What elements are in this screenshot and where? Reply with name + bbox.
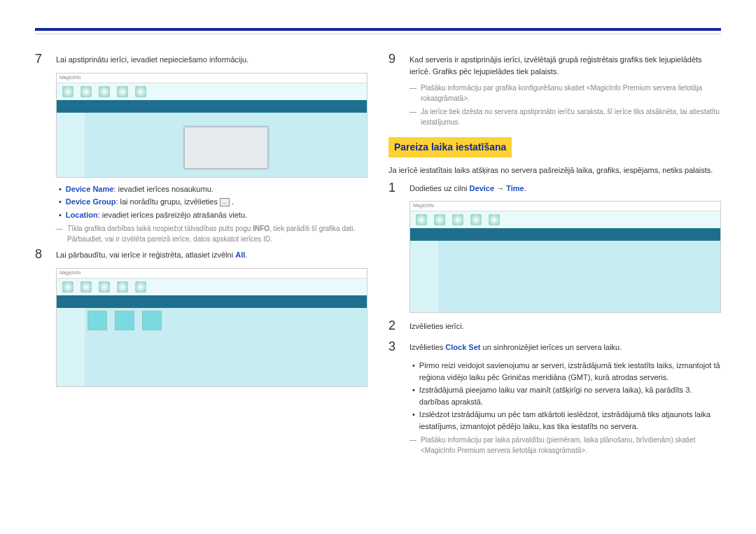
screenshot-sidebar: [410, 241, 438, 313]
approve-dialog: [184, 127, 268, 169]
note-text: Plašāku informāciju par laika pārvaldību…: [421, 435, 721, 456]
note-reboot: Ja ierīce tiek dzēsta no servera apstipr…: [388, 106, 721, 127]
text-all: All: [235, 251, 245, 259]
text-a: Dodieties uz cilni: [410, 184, 470, 192]
step-8: 8 Lai pārbaudītu, vai ierīce ir reģistrē…: [35, 247, 368, 262]
screenshot-titlebar: MagicInfo: [410, 202, 720, 211]
screenshot-toolbar-icons: [57, 279, 367, 295]
step-3: 3 Izvēlieties Clock Set un sinhronizējie…: [388, 339, 721, 355]
label: Location: [66, 211, 98, 219]
step-text: Kad serveris ir apstiprinājis ierīci, iz…: [410, 52, 721, 77]
text-d: .: [524, 184, 526, 192]
bullet-change: Izstrādājumā pieejamo laiku var mainīt (…: [388, 384, 721, 407]
user-icon: [117, 86, 128, 97]
text-c: un sinhronizējiet ierīces un servera lai…: [481, 343, 622, 351]
label: Device Name: [66, 185, 114, 193]
device-icon: [99, 86, 110, 97]
right-column: 9 Kad serveris ir apstiprinājis ierīci, …: [388, 52, 721, 458]
step-number: 3: [388, 339, 401, 355]
step-text: Izvēlieties ierīci.: [410, 318, 721, 334]
text-a: Izvēlieties: [410, 343, 445, 351]
bullet-gmt: Pirmo reizi veidojot savienojumu ar serv…: [388, 360, 721, 383]
step-7: 7 Lai apstiprinātu ierīci, ievadiet nepi…: [35, 52, 368, 67]
screenshot-sidebar: [57, 308, 85, 387]
screenshot-main: [438, 241, 720, 313]
step-9: 9 Kad serveris ir apstiprinājis ierīci, …: [388, 52, 721, 77]
screenshot-toolbar-icons: [410, 211, 720, 228]
schedule-icon: [434, 214, 445, 225]
schedule-icon: [80, 281, 92, 293]
step-text: Lai apstiprinātu ierīci, ievadiet nepiec…: [56, 52, 368, 67]
step-number: 7: [35, 52, 48, 67]
text: Izstrādājumā pieejamo laiku var mainīt (…: [419, 384, 721, 407]
step-number: 9: [388, 52, 401, 77]
screenshot-main: [85, 113, 367, 178]
settings-icon: [489, 214, 500, 225]
step-2: 2 Izvēlieties ierīci.: [388, 318, 721, 334]
screenshot-main: [85, 308, 367, 387]
screenshot-device-all: MagicInfo: [56, 268, 368, 387]
app-name: MagicInfo: [59, 74, 80, 82]
content-columns: 7 Lai apstiprinātu ierīci, ievadiet nepi…: [35, 52, 721, 458]
settings-icon: [135, 86, 146, 97]
text-device: Device: [470, 184, 494, 192]
globe-icon: [62, 281, 74, 293]
screenshot-titlebar: MagicInfo: [57, 269, 367, 279]
device-icon: [99, 281, 110, 293]
bullet-location: Location: ievadiet ierīces pašreizējo at…: [35, 209, 368, 221]
bullet-device-group: Device Group: lai norādītu grupu, izvēli…: [35, 196, 368, 208]
text: : ievadiet ierīces nosaukumu.: [113, 185, 213, 193]
text-clockset: Clock Set: [445, 343, 480, 351]
screenshot-subtoolbar: [57, 100, 367, 113]
left-column: 7 Lai apstiprinātu ierīci, ievadiet nepi…: [35, 52, 368, 458]
screenshot-device-approve: MagicInfo: [56, 73, 368, 178]
header-rule: [35, 28, 721, 31]
bullet-device-name: Device Name: ievadiet ierīces nosaukumu.: [35, 183, 368, 195]
note-info-button: Tīkla grafika darbības laikā nospiežot t…: [35, 223, 368, 244]
screenshot-toolbar-icons: [57, 83, 367, 100]
step-text: Dodieties uz cilni Device → Time.: [410, 181, 721, 196]
device-thumbnail: [115, 311, 134, 330]
screenshot-device-time: MagicInfo: [410, 201, 721, 313]
step-number: 2: [388, 318, 401, 334]
section-heading: Pareiza laika iestatīšana: [388, 137, 512, 157]
globe-icon: [62, 86, 74, 97]
note-text: Ja ierīce tiek dzēsta no servera apstipr…: [421, 106, 721, 127]
note-text: Plašāku informāciju par grafika konfigur…: [421, 83, 721, 104]
user-icon: [470, 214, 482, 225]
screenshot-subtoolbar: [410, 228, 720, 241]
screenshot-subtoolbar: [57, 295, 367, 308]
step-number: 8: [35, 247, 48, 262]
user-icon: [117, 281, 128, 293]
note-bold: INFO: [253, 225, 270, 232]
text: Izslēdzot izstrādājumu un pēc tam atkārt…: [419, 409, 721, 432]
bullet-restore: Izslēdzot izstrādājumu un pēc tam atkārt…: [388, 409, 721, 432]
device-thumbnail: [142, 311, 162, 330]
text-a: Lai pārbaudītu, vai ierīce ir reģistrēta…: [56, 251, 235, 259]
schedule-icon: [80, 86, 92, 97]
app-name: MagicInfo: [59, 269, 80, 277]
device-thumbnail: [88, 311, 107, 330]
arrow: →: [494, 184, 506, 192]
screenshot-sidebar: [57, 113, 85, 178]
text-c: .: [245, 251, 247, 259]
device-icon: [452, 214, 463, 225]
note-text-a: Tīkla grafika darbības laikā nospiežot t…: [67, 225, 253, 232]
step-number: 1: [388, 181, 401, 196]
app-name: MagicInfo: [413, 202, 434, 210]
step-text: Izvēlieties Clock Set un sinhronizējiet …: [410, 339, 721, 355]
text: Pirmo reizi veidojot savienojumu ar serv…: [419, 360, 721, 383]
text: : lai norādītu grupu, izvēlieties: [115, 197, 218, 206]
step-1: 1 Dodieties uz cilni Device → Time.: [388, 181, 721, 196]
note-time: Plašāku informāciju par laika pārvaldību…: [388, 435, 721, 456]
text: : ievadiet ierīces pašreizējo atrašanās …: [98, 211, 247, 219]
screenshot-titlebar: MagicInfo: [57, 73, 367, 83]
ellipsis-button-icon: ...: [220, 198, 230, 206]
text-time: Time: [506, 184, 524, 192]
note-manual: Plašāku informāciju par grafika konfigur…: [388, 83, 721, 104]
label: Device Group: [66, 197, 116, 206]
step-text: Lai pārbaudītu, vai ierīce ir reģistrēta…: [56, 247, 368, 262]
globe-icon: [416, 214, 427, 225]
section-intro: Ja ierīcē iestatītais laiks atšķiras no …: [388, 164, 721, 176]
settings-icon: [135, 281, 146, 293]
